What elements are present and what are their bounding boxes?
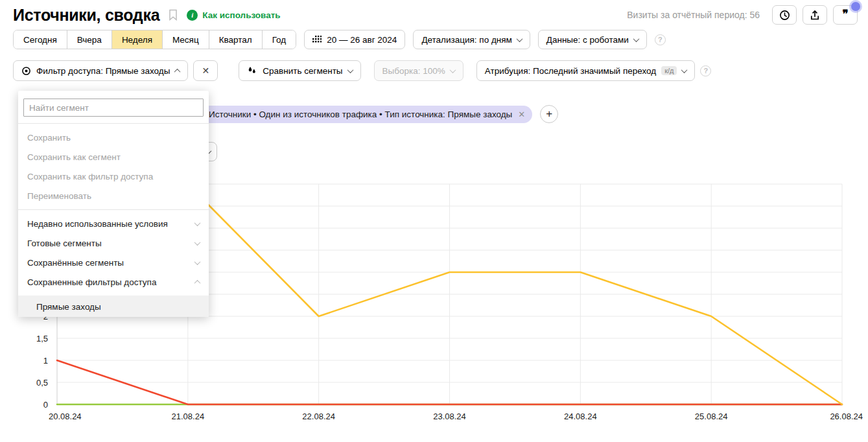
attribution-button[interactable]: Атрибуция: Последний значимый переход к/… bbox=[476, 60, 696, 81]
sampling-button: Выборка: 100% bbox=[374, 60, 463, 81]
data-mode-label: Данные: с роботами bbox=[546, 35, 629, 45]
chevron-down-icon bbox=[516, 36, 522, 42]
segment-chip-row: Источники • Один из источников трафика •… bbox=[201, 105, 558, 123]
segment-chip-label: Источники • Один из источников трафика •… bbox=[209, 110, 512, 119]
dropdown-item-direct-visits[interactable]: Прямые заходы bbox=[18, 296, 209, 317]
data-mode-button[interactable]: Данные: с роботами bbox=[538, 30, 647, 49]
svg-text:22.08.24: 22.08.24 bbox=[302, 412, 335, 421]
chevron-down-icon bbox=[633, 36, 639, 42]
dropdown-actions: Сохранить Сохранить как сегмент Сохранит… bbox=[18, 124, 209, 209]
help-icon[interactable]: ? bbox=[700, 65, 711, 76]
dropdown-item-save[interactable]: Сохранить bbox=[18, 128, 209, 147]
segment-chip[interactable]: Источники • Один из источников трафика •… bbox=[201, 106, 532, 123]
date-range-button[interactable]: 20 — 26 авг 2024 bbox=[304, 30, 405, 49]
help-icon[interactable]: ? bbox=[655, 34, 666, 45]
page-title: Источники, сводка bbox=[13, 6, 159, 25]
dropdown-section-saved-access-filters[interactable]: Сохраненные фильтры доступа bbox=[18, 272, 209, 292]
dropdown-section-recent-conditions[interactable]: Недавно использованные условия bbox=[18, 214, 209, 233]
detalization-label: Детализация: по дням bbox=[421, 35, 511, 45]
chevron-down-icon bbox=[194, 220, 201, 226]
add-segment-button[interactable]: + bbox=[540, 105, 558, 123]
svg-text:25.08.24: 25.08.24 bbox=[695, 412, 728, 421]
svg-text:24.08.24: 24.08.24 bbox=[564, 412, 597, 421]
chevron-down-icon bbox=[194, 259, 201, 265]
dropdown-sections: Недавно использованные условия Готовые с… bbox=[18, 210, 209, 296]
chevron-down-icon bbox=[681, 67, 688, 73]
tab-year[interactable]: Год bbox=[262, 30, 296, 49]
segment-dropdown: Сохранить Сохранить как сегмент Сохранит… bbox=[18, 91, 209, 317]
chevron-down-icon bbox=[449, 67, 456, 73]
calendar-grid-icon bbox=[312, 36, 322, 43]
how-to-use-link[interactable]: i Как использовать bbox=[187, 10, 280, 21]
dropdown-section-ready-segments[interactable]: Готовые сегменты bbox=[18, 233, 209, 253]
section-label: Готовые сегменты bbox=[27, 238, 102, 248]
upload-icon bbox=[810, 10, 820, 21]
tab-month[interactable]: Месяц bbox=[162, 30, 209, 49]
chevron-up-icon bbox=[174, 68, 181, 75]
attribution-label: Атрибуция: Последний значимый переход bbox=[485, 66, 656, 76]
clock-icon bbox=[779, 10, 790, 21]
history-button[interactable] bbox=[772, 5, 797, 25]
page-header: Источники, сводка i Как использовать Виз… bbox=[0, 0, 868, 22]
section-label: Сохранённые сегменты bbox=[27, 258, 124, 268]
svg-text:0: 0 bbox=[43, 400, 48, 410]
dropdown-item-save-as-access-filter[interactable]: Сохранить как фильтр доступа bbox=[18, 167, 209, 186]
dropdown-section-saved-segments[interactable]: Сохранённые сегменты bbox=[18, 253, 209, 272]
period-controls-row: Сегодня Вчера Неделя Месяц Квартал Год 2… bbox=[0, 30, 868, 49]
export-button[interactable] bbox=[803, 5, 827, 25]
date-range-label: 20 — 26 авг 2024 bbox=[327, 35, 397, 45]
svg-text:23.08.24: 23.08.24 bbox=[433, 412, 466, 421]
svg-text:21.08.24: 21.08.24 bbox=[172, 412, 205, 421]
segment-search-input[interactable] bbox=[23, 99, 204, 117]
chevron-down-icon bbox=[347, 67, 353, 73]
section-label: Недавно использованные условия bbox=[27, 219, 168, 229]
svg-text:1,5: 1,5 bbox=[36, 334, 48, 343]
period-tabs: Сегодня Вчера Неделя Месяц Квартал Год bbox=[13, 30, 296, 49]
comments-icon: ❞ bbox=[842, 8, 848, 19]
bookmark-icon[interactable] bbox=[169, 9, 178, 21]
chevron-down-icon bbox=[194, 239, 201, 246]
compare-segments-label: Сравнить сегменты bbox=[263, 66, 342, 76]
dropdown-item-save-as-segment[interactable]: Сохранить как сегмент bbox=[18, 147, 209, 167]
dropdown-search-wrap bbox=[18, 91, 209, 123]
tab-quarter[interactable]: Квартал bbox=[209, 30, 262, 49]
filter-controls-row: Фильтр доступа: Прямые заходы ✕ Сравнить… bbox=[0, 60, 868, 81]
access-filter-button[interactable]: Фильтр доступа: Прямые заходы bbox=[13, 60, 188, 81]
tab-today[interactable]: Сегодня bbox=[14, 30, 67, 49]
tab-yesterday[interactable]: Вчера bbox=[67, 30, 111, 49]
visits-summary: Визиты за отчётный период: 56 bbox=[627, 10, 760, 20]
target-icon bbox=[21, 66, 31, 76]
svg-text:1: 1 bbox=[43, 356, 48, 366]
feedback-button[interactable]: ❞ bbox=[833, 5, 858, 25]
chip-close-icon[interactable]: ✕ bbox=[518, 110, 525, 119]
chevron-up-icon bbox=[194, 279, 201, 286]
attribution-badge: к/д bbox=[661, 66, 677, 75]
notification-badge bbox=[851, 2, 860, 11]
sampling-label: Выборка: 100% bbox=[382, 66, 445, 76]
dropdown-item-rename[interactable]: Переименовать bbox=[18, 186, 209, 205]
detalization-button[interactable]: Детализация: по дням bbox=[413, 30, 530, 49]
access-filter-label: Фильтр доступа: Прямые заходы bbox=[36, 66, 170, 76]
section-label: Сохраненные фильтры доступа bbox=[27, 277, 156, 287]
svg-text:0,5: 0,5 bbox=[36, 378, 48, 388]
info-icon: i bbox=[187, 10, 198, 21]
how-to-use-label: Как использовать bbox=[202, 10, 280, 20]
tab-week[interactable]: Неделя bbox=[111, 30, 162, 49]
drops-icon bbox=[247, 66, 257, 76]
compare-segments-button[interactable]: Сравнить сегменты bbox=[239, 60, 360, 81]
svg-text:20.08.24: 20.08.24 bbox=[49, 412, 82, 421]
clear-filter-button[interactable]: ✕ bbox=[193, 60, 218, 81]
svg-text:26.08.24: 26.08.24 bbox=[830, 412, 863, 421]
